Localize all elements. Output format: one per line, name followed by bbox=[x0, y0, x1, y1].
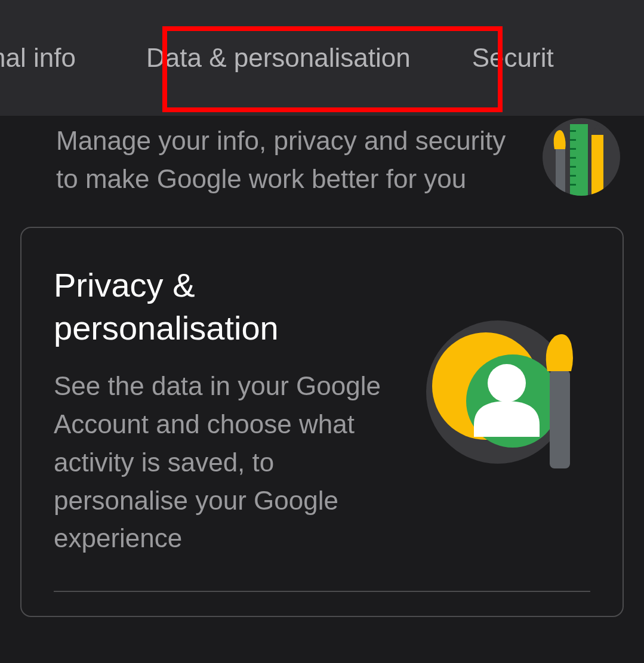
card-divider bbox=[54, 591, 590, 592]
card-title: Privacy & personalisation bbox=[54, 264, 399, 351]
svg-rect-6 bbox=[570, 175, 576, 177]
tab-security[interactable]: Securit bbox=[458, 36, 568, 80]
svg-rect-4 bbox=[570, 157, 576, 159]
svg-rect-2 bbox=[570, 139, 576, 141]
privacy-personalisation-card[interactable]: Privacy & personalisation See the data i… bbox=[20, 227, 624, 618]
tab-bar: rsonal info Data & personalisation Secur… bbox=[0, 0, 644, 116]
svg-rect-10 bbox=[556, 148, 565, 196]
svg-rect-8 bbox=[591, 135, 603, 196]
intro-section: Manage your info, privacy and security t… bbox=[0, 116, 644, 198]
svg-rect-5 bbox=[570, 166, 576, 168]
svg-point-14 bbox=[488, 364, 526, 402]
privacy-illustration-icon bbox=[417, 306, 590, 479]
card-description: See the data in your Google Account and … bbox=[54, 367, 399, 557]
svg-rect-15 bbox=[550, 370, 570, 468]
svg-rect-7 bbox=[570, 184, 576, 186]
intro-text: Manage your info, privacy and security t… bbox=[56, 122, 525, 198]
tab-data-personalisation[interactable]: Data & personalisation bbox=[132, 36, 425, 80]
tools-icon bbox=[543, 118, 620, 196]
svg-marker-9 bbox=[591, 124, 603, 135]
tab-personal-info[interactable]: rsonal info bbox=[0, 36, 90, 80]
svg-rect-3 bbox=[570, 148, 576, 150]
svg-rect-1 bbox=[570, 130, 576, 132]
